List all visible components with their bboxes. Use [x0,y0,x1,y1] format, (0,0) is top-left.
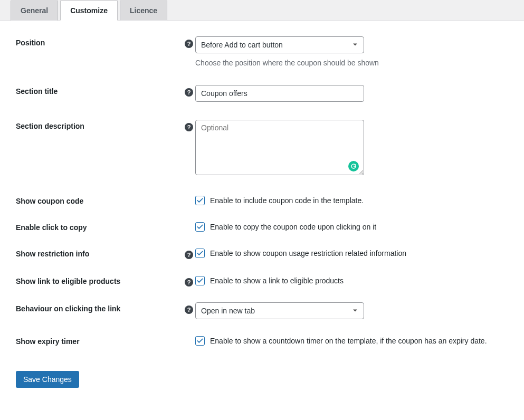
row-show-link-eligible: Show link to eligible products ? Enable … [16,275,508,287]
show-expiry-timer-desc: Enable to show a countdown timer on the … [210,337,487,345]
row-show-restriction-info: Show restriction info ? Enable to show c… [16,247,508,259]
row-section-description: Section description ? [16,120,508,177]
position-help-text: Choose the position where the coupon sho… [195,59,508,67]
form-content: Position ? Before Add to cart button Cho… [0,21,524,404]
tabs-row: General Customize Licence [0,0,524,21]
label-section-title: Section title [16,85,183,96]
show-link-eligible-desc: Enable to show a link to eligible produc… [210,276,344,285]
show-link-eligible-checkbox[interactable] [195,276,205,285]
row-show-expiry-timer: Show expiry timer Enable to show a count… [16,335,508,346]
row-position: Position ? Before Add to cart button Cho… [16,36,508,67]
label-show-restriction-info: Show restriction info [16,247,183,258]
help-icon[interactable]: ? [185,88,193,97]
tab-customize[interactable]: Customize [60,1,118,21]
label-show-expiry-timer: Show expiry timer [16,335,183,346]
label-enable-click-to-copy: Enable click to copy [16,221,183,232]
show-coupon-code-checkbox[interactable] [195,196,205,205]
label-position: Position [16,36,183,47]
tab-general[interactable]: General [11,1,58,21]
show-restriction-info-checkbox[interactable] [195,249,205,258]
label-show-coupon-code: Show coupon code [16,195,183,205]
label-show-link-eligible: Show link to eligible products [16,275,183,285]
grammarly-icon [348,161,359,171]
row-behaviour-click: Behaviour on clicking the link ? Open in… [16,302,508,319]
help-icon[interactable]: ? [185,123,193,131]
row-section-title: Section title ? [16,85,508,102]
row-show-coupon-code: Show coupon code Enable to include coupo… [16,195,508,205]
enable-click-to-copy-checkbox[interactable] [195,222,205,232]
help-icon[interactable]: ? [185,40,193,48]
row-enable-click-to-copy: Enable click to copy Enable to copy the … [16,221,508,232]
show-restriction-info-desc: Enable to show coupon usage restriction … [210,249,406,257]
enable-click-to-copy-desc: Enable to copy the coupon code upon clic… [210,223,376,231]
behaviour-click-select[interactable]: Open in new tab [195,302,364,319]
section-description-textarea[interactable] [195,120,364,175]
save-button[interactable]: Save Changes [16,371,79,388]
help-icon[interactable]: ? [185,278,193,287]
section-title-input[interactable] [195,85,364,102]
show-coupon-code-desc: Enable to include coupon code in the tem… [210,196,364,205]
tab-licence[interactable]: Licence [120,1,167,21]
help-icon[interactable]: ? [185,306,193,314]
position-select[interactable]: Before Add to cart button [195,36,364,53]
label-section-description: Section description [16,120,183,130]
show-expiry-timer-checkbox[interactable] [195,336,205,346]
help-icon[interactable]: ? [185,251,193,259]
label-behaviour-click: Behaviour on clicking the link [16,302,183,313]
